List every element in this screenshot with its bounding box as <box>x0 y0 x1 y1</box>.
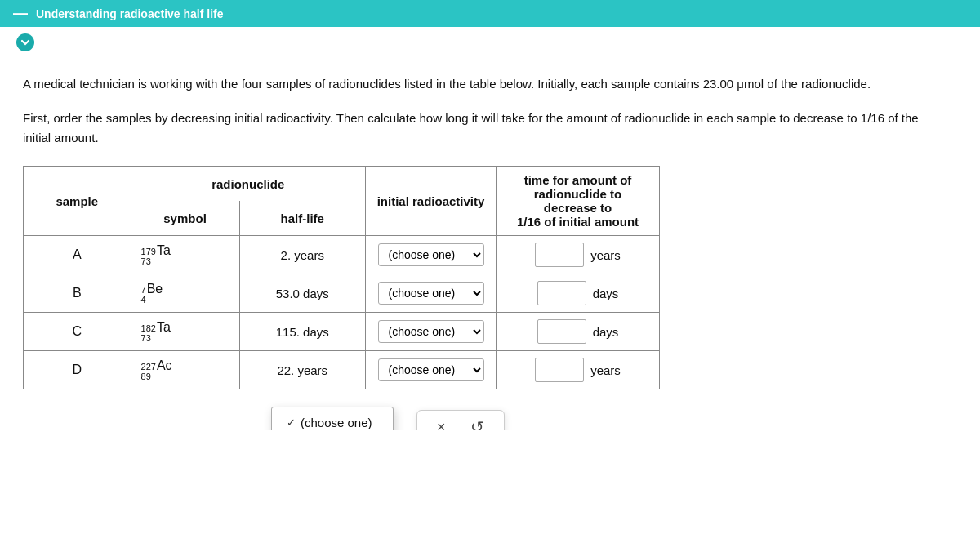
sample-c-time-input[interactable] <box>537 319 586 344</box>
sample-d-time-input[interactable] <box>535 358 584 382</box>
sample-a-time-input[interactable] <box>535 243 584 267</box>
sample-c-symbol: 182 73 Ta <box>131 313 239 351</box>
sample-c-radioactivity: (choose one)1 (highest)234 (lowest) <box>366 313 497 351</box>
sample-b-label: B <box>24 274 131 313</box>
col-radionuclide: radionuclide <box>131 167 365 202</box>
sample-b-symbol: 7 4 Be <box>131 274 239 313</box>
sample-b-radioactivity: (choose one)1 (highest)234 (lowest) <box>366 274 497 313</box>
dropdown-popup: ✓ (choose one) 1 (highest) 2 3 4 (lowest… <box>271 407 394 430</box>
top-bar-title: Understanding radioactive half life <box>36 7 224 20</box>
undo-button[interactable]: ↺ <box>466 416 489 430</box>
sample-d-select[interactable]: (choose one)1 (highest)234 (lowest) <box>378 358 484 381</box>
sample-b-time: days <box>497 274 660 313</box>
chevron-down-button[interactable] <box>16 33 34 51</box>
sample-c-select[interactable]: (choose one)1 (highest)234 (lowest) <box>378 320 484 343</box>
top-bar: — Understanding radioactive half life <box>0 0 980 27</box>
close-button[interactable]: × <box>432 417 451 431</box>
sample-d-symbol: 227 89 Ac <box>131 351 239 389</box>
dropdown-item-choose[interactable]: ✓ (choose one) <box>272 411 393 430</box>
sample-c-time: days <box>497 313 660 351</box>
sample-d-radioactivity: (choose one)1 (highest)234 (lowest) <box>366 351 497 389</box>
sample-c-label: C <box>24 313 131 351</box>
col-initial-radioactivity: initial radioactivity <box>366 167 497 236</box>
sample-d-halflife: 22. years <box>239 351 365 389</box>
radionuclide-table: sample radionuclide initial radioactivit… <box>23 166 660 389</box>
sample-a-select[interactable]: (choose one)1 (highest)234 (lowest) <box>378 243 484 266</box>
instructions-paragraph: First, order the samples by decreasing i… <box>23 109 933 148</box>
col-halflife: half-life <box>239 201 365 236</box>
table-row-b: B 7 4 Be 53.0 days <box>24 274 660 313</box>
sample-a-symbol: 179 73 Ta <box>131 236 239 274</box>
sample-b-select[interactable]: (choose one)1 (highest)234 (lowest) <box>378 282 484 305</box>
sample-d-label: D <box>24 351 131 389</box>
table-row-c: C 182 73 Ta 115. days <box>24 313 660 351</box>
sample-d-time: years <box>497 351 660 389</box>
sample-a-time: years <box>497 236 660 274</box>
col-sample: sample <box>24 167 131 236</box>
sample-a-halflife: 2. years <box>239 236 365 274</box>
intro-paragraph: A medical technician is working with the… <box>23 74 933 94</box>
sample-c-halflife: 115. days <box>239 313 365 351</box>
table-row-a: A 179 73 Ta 2. years <box>24 236 660 274</box>
action-buttons-panel: × ↺ <box>416 410 505 430</box>
col-time: time for amount of radionuclide to decre… <box>497 167 660 236</box>
col-symbol: symbol <box>131 201 239 236</box>
sample-b-halflife: 53.0 days <box>239 274 365 313</box>
sample-a-label: A <box>24 236 131 274</box>
table-row-d: D 227 89 Ac 22. years <box>24 351 660 389</box>
sample-b-time-input[interactable] <box>537 281 586 305</box>
bar-icon: — <box>13 5 28 22</box>
sample-a-radioactivity: (choose one)1 (highest)234 (lowest) <box>366 236 497 274</box>
